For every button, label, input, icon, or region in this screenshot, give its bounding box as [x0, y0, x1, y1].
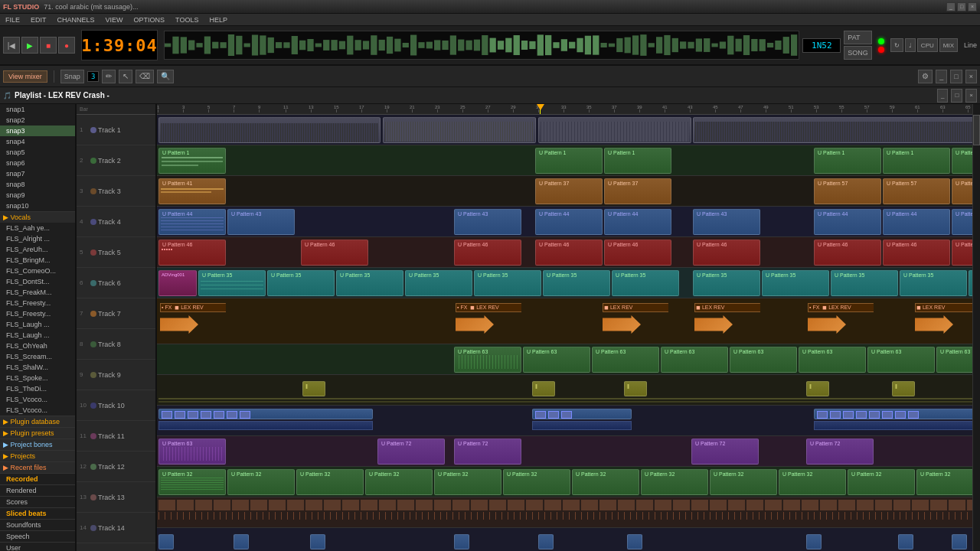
pattern-2-5[interactable]: U Pattern 1 — [883, 148, 950, 174]
pattern-9-4[interactable]: ‖ — [806, 381, 829, 396]
panel-item-fls-freesty1[interactable]: FLS_Freesty... — [0, 298, 75, 308]
pattern-3-5[interactable]: U Pattern 57 — [883, 178, 950, 204]
playlist-ctrl-max[interactable]: □ — [951, 89, 962, 103]
track-row-11[interactable]: U Pattern 63 U Pattern 72 U Pattern 72 U… — [157, 436, 972, 467]
pattern-3-2[interactable]: U Pattern 37 — [535, 178, 603, 204]
pattern-5-8[interactable]: U Pattern 46 — [883, 240, 950, 266]
menu-file[interactable]: FILE — [3, 16, 22, 24]
bpm-display[interactable]: 1N52 — [802, 38, 841, 53]
panel-item-fls-freakm[interactable]: FLS_FreakM... — [0, 287, 75, 298]
pattern-6-9[interactable]: U Pattern 35 — [762, 270, 829, 296]
pattern-5-4[interactable]: U Pattern 46 — [535, 240, 603, 266]
pattern-14-4[interactable] — [454, 534, 469, 549]
tracks-scroll[interactable]: U Pattern 1 U Pattern 1 U Pattern 1 — [157, 115, 972, 551]
panel-item-snap10[interactable]: snap10 — [0, 201, 75, 211]
view-mixer-button[interactable]: View mixer — [3, 70, 47, 83]
pattern-11-1[interactable]: U Pattern 63 — [158, 439, 226, 465]
pattern-4-7[interactable]: U Pattern 44 — [814, 209, 881, 235]
rewind-button[interactable]: |◀ — [3, 37, 20, 54]
projects-header[interactable]: ▶ Projects — [0, 451, 75, 461]
pattern-12-8[interactable]: U Pattern 32 — [641, 469, 708, 495]
rendered-item[interactable]: Rendered — [0, 485, 75, 496]
pattern-3-3[interactable]: U Pattern 37 — [604, 178, 671, 204]
playlist-close[interactable]: × — [965, 70, 977, 83]
pattern-7-3[interactable]: ◼ LEX REV — [601, 302, 668, 341]
scores-item[interactable]: Scores — [0, 497, 75, 507]
panel-item-fls-aah[interactable]: FLS_Aah ye... — [0, 223, 75, 233]
pattern-6-2[interactable]: U Pattern 35 — [267, 270, 335, 296]
close-button[interactable]: × — [968, 2, 977, 11]
tool-select[interactable]: ↖ — [119, 70, 132, 83]
pattern-6-adv[interactable]: ADVing001 — [158, 270, 197, 296]
pattern-7-5[interactable]: ▪ FX ◼ LEX REV — [806, 302, 874, 341]
track-row-3[interactable]: U Pattern 41 U Pattern 37 U Pattern 37 U… — [157, 176, 972, 207]
pattern-5-2[interactable]: U Pattern 46 — [301, 240, 368, 266]
menu-edit[interactable]: EDIT — [28, 16, 49, 24]
pattern-4-4[interactable]: U Pattern 44 — [535, 209, 603, 235]
song-mode-button[interactable]: SONG — [844, 46, 872, 60]
pattern-8-7[interactable]: U Pattern 63 — [867, 347, 935, 373]
menu-options[interactable]: OPTIONS — [132, 16, 168, 24]
panel-item-fls-vcoco2[interactable]: FLS_Vcoco... — [0, 405, 75, 416]
panel-item-fls-comeo[interactable]: FLS_ComeoO... — [0, 266, 75, 276]
mixer-button[interactable]: MIX — [939, 38, 958, 52]
pattern-12-11[interactable]: U Pattern 32 — [848, 469, 915, 495]
pattern-2-2[interactable]: U Pattern 1 — [535, 148, 603, 174]
panel-item-snap3[interactable]: snap3 — [0, 126, 75, 136]
pattern-2-4[interactable]: U Pattern 1 — [814, 148, 881, 174]
playlist-maximize[interactable]: □ — [950, 70, 962, 83]
pattern-12-9[interactable]: U Pattern 32 — [710, 469, 777, 495]
playlist-ctrl-close[interactable]: × — [965, 89, 977, 103]
pattern-14-6[interactable] — [627, 534, 642, 549]
tool-draw[interactable]: ✏ — [102, 70, 116, 83]
pattern-8-5[interactable]: U Pattern 63 — [730, 347, 797, 373]
pattern-14-3[interactable] — [310, 534, 325, 549]
pattern-3-4[interactable]: U Pattern 57 — [814, 178, 881, 204]
tool-erase[interactable]: ⌫ — [136, 70, 154, 83]
panel-item-snap9[interactable]: snap9 — [0, 190, 75, 201]
track-row-12[interactable]: U Pattern 32 U Pattern 32 U Pattern 32 U… — [157, 467, 972, 497]
pattern-6-6[interactable]: U Pattern 35 — [543, 270, 610, 296]
minimize-button[interactable]: _ — [946, 2, 956, 11]
track-row-5[interactable]: U Pattern 46 U Pattern 46 — [157, 237, 972, 268]
pattern-5-3[interactable]: U Pattern 46 — [454, 240, 521, 266]
vertical-scrollbar[interactable] — [972, 104, 980, 551]
pattern-8-4[interactable]: U Pattern 63 — [661, 347, 728, 373]
pattern-12-1[interactable]: U Pattern 32 — [158, 469, 226, 495]
pattern-12-5[interactable]: U Pattern 32 — [434, 469, 501, 495]
pattern-6-4[interactable]: U Pattern 35 — [405, 270, 472, 296]
panel-item-fls-bringm[interactable]: FLS_BringM... — [0, 255, 75, 266]
pattern-10-3[interactable] — [814, 409, 972, 419]
pattern-10-1[interactable] — [158, 409, 373, 419]
pattern-7-2[interactable]: ▪ FX ◼ LEX REV — [454, 302, 521, 341]
pattern-6-8[interactable]: U Pattern 35 — [693, 270, 760, 296]
track-content[interactable]: 1357911131517192123252729313335373941434… — [157, 104, 972, 551]
pattern-5-6[interactable]: U Pattern 46 — [693, 240, 760, 266]
pattern-12-6[interactable]: U Pattern 32 — [503, 469, 570, 495]
pattern-5-9[interactable]: U Pattern 46 — [952, 240, 972, 266]
pattern-12-10[interactable]: U Pattern 32 — [779, 469, 846, 495]
playlist-ctrl-min[interactable]: _ — [937, 89, 948, 103]
panel-item-snap7[interactable]: snap7 — [0, 168, 75, 179]
panel-item-fls-scream[interactable]: FLS_Scream... — [0, 351, 75, 362]
pattern-7-4[interactable]: ◼ LEX REV — [693, 302, 760, 341]
pattern-2-6[interactable]: U Pattern 1 — [952, 148, 972, 174]
track-row-2[interactable]: U Pattern 1 U Pattern 1 U Pattern 1 — [157, 145, 972, 176]
pattern-1-3[interactable] — [538, 117, 691, 143]
panel-item-snap2[interactable]: snap2 — [0, 115, 75, 126]
pattern-1-4[interactable] — [693, 117, 972, 143]
pattern-4-9[interactable]: U Pattern 44 — [952, 209, 972, 235]
pattern-14-7[interactable] — [806, 534, 822, 549]
pattern-6-12[interactable]: U Pattern 35 — [969, 270, 972, 296]
plugin-presets-header[interactable]: ▶ Plugin presets — [0, 428, 75, 439]
pattern-5-7[interactable]: U Pattern 46 — [814, 240, 881, 266]
user-item[interactable]: User — [0, 543, 75, 551]
panel-item-fls-laugh2[interactable]: FLS_Laugh ... — [0, 330, 75, 341]
panel-item-fls-freesty2[interactable]: FLS_Freesty... — [0, 308, 75, 319]
panel-item-fls-laugh1[interactable]: FLS_Laugh ... — [0, 319, 75, 330]
pattern-12-3[interactable]: U Pattern 32 — [296, 469, 364, 495]
speech-item[interactable]: Speech — [0, 531, 75, 542]
stop-button[interactable]: ■ — [40, 37, 57, 54]
panel-item-fls-alright[interactable]: FLS_Alright ... — [0, 233, 75, 244]
pattern-6-11[interactable]: U Pattern 35 — [900, 270, 967, 296]
